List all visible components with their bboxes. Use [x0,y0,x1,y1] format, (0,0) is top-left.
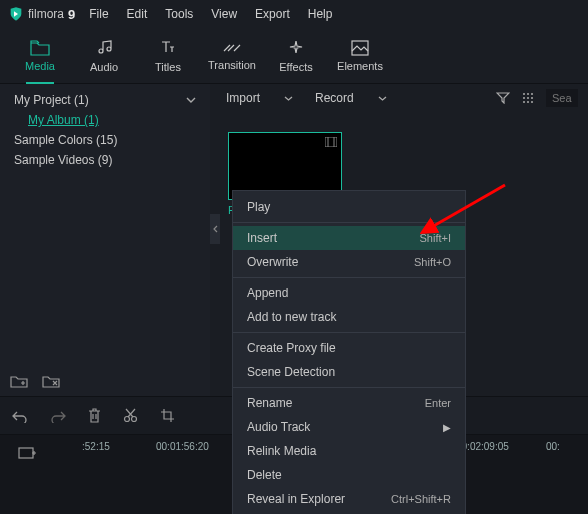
svg-point-13 [125,417,130,422]
collapse-panel-button[interactable] [210,214,220,244]
trash-icon[interactable] [88,408,101,423]
ctx-rename[interactable]: RenameEnter [233,391,465,415]
record-label: Record [315,91,354,105]
add-folder-icon[interactable] [10,374,28,388]
tab-transition[interactable]: Transition [200,28,264,84]
tab-label: Audio [90,61,118,73]
tab-label: Effects [279,61,312,73]
ctx-delete[interactable]: Delete [233,463,465,487]
ctx-relink[interactable]: Relink Media [233,439,465,463]
menubar: File Edit Tools View Export Help [89,7,332,21]
ctx-add-track[interactable]: Add to new track [233,305,465,329]
time-tick: 00:01:56:20 [156,441,209,452]
folder-icon [30,40,50,56]
svg-point-1 [523,93,525,95]
filmstrip-icon [325,137,337,147]
grid-icon[interactable] [522,92,534,104]
chevron-down-icon [186,97,196,103]
time-tick: 00: [546,441,560,452]
tab-label: Transition [208,59,256,71]
record-dropdown[interactable]: Record [309,91,393,105]
menu-view[interactable]: View [211,7,237,21]
crop-icon[interactable] [160,408,175,423]
add-track-icon[interactable] [18,445,38,461]
svg-point-2 [527,93,529,95]
ctx-audio-track[interactable]: Audio Track▶ [233,415,465,439]
tab-media[interactable]: Media [8,28,72,84]
svg-point-8 [527,101,529,103]
svg-point-9 [531,101,533,103]
svg-point-14 [132,417,137,422]
image-icon [351,40,369,56]
separator [233,222,465,223]
sparkle-icon [287,39,305,57]
svg-point-4 [523,97,525,99]
redo-icon[interactable] [50,409,66,423]
undo-icon[interactable] [12,409,28,423]
svg-point-6 [531,97,533,99]
tree-label: My Project (1) [14,93,89,107]
ctx-proxy[interactable]: Create Proxy file [233,336,465,360]
chevron-down-icon [284,96,293,101]
chevron-right-icon: ▶ [443,422,451,433]
menu-tools[interactable]: Tools [165,7,193,21]
time-tick: :52:15 [82,441,110,452]
svg-point-3 [531,93,533,95]
ctx-play[interactable]: Play [233,195,465,219]
tab-label: Media [25,60,55,72]
tab-titles[interactable]: Titles [136,28,200,84]
chevron-left-icon [213,225,218,233]
tab-elements[interactable]: Elements [328,28,392,84]
tab-label: Titles [155,61,181,73]
filmora-icon [8,6,24,22]
tree-item-colors[interactable]: Sample Colors (15) [0,130,210,150]
svg-point-5 [527,97,529,99]
menu-help[interactable]: Help [308,7,333,21]
app-version: 9 [68,7,75,22]
separator [233,277,465,278]
ctx-overwrite[interactable]: OverwriteShift+O [233,250,465,274]
chevron-down-icon [378,96,387,101]
svg-rect-15 [19,448,33,458]
cut-icon[interactable] [123,408,138,423]
menu-file[interactable]: File [89,7,108,21]
remove-folder-icon[interactable] [42,374,60,388]
app-name: filmora [28,7,64,21]
app-logo: filmora9 [8,6,75,22]
tree-label: Sample Colors (15) [14,133,117,147]
transition-icon [222,41,242,55]
separator [233,332,465,333]
search-input[interactable] [546,89,578,107]
menu-edit[interactable]: Edit [127,7,148,21]
tab-audio[interactable]: Audio [72,28,136,84]
import-dropdown[interactable]: Import [220,91,299,105]
ctx-insert[interactable]: InsertShift+I [233,226,465,250]
tab-effects[interactable]: Effects [264,28,328,84]
filter-icon[interactable] [496,92,510,104]
ctx-append[interactable]: Append [233,281,465,305]
project-sidebar: My Project (1) My Album (1) Sample Color… [0,84,210,396]
svg-rect-10 [325,137,337,147]
text-icon [159,39,177,57]
tree-label: Sample Videos (9) [14,153,113,167]
context-menu: Play InsertShift+I OverwriteShift+O Appe… [232,190,466,514]
ctx-scene-detection[interactable]: Scene Detection [233,360,465,384]
tree-item-videos[interactable]: Sample Videos (9) [0,150,210,170]
separator [233,387,465,388]
import-label: Import [226,91,260,105]
svg-point-7 [523,101,525,103]
music-icon [95,39,113,57]
tab-label: Elements [337,60,383,72]
menu-export[interactable]: Export [255,7,290,21]
tree-label: My Album (1) [28,113,99,127]
tree-item-project[interactable]: My Project (1) [0,90,210,110]
tree-item-album[interactable]: My Album (1) [0,110,210,130]
ctx-reveal[interactable]: Reveal in ExplorerCtrl+Shift+R [233,487,465,511]
